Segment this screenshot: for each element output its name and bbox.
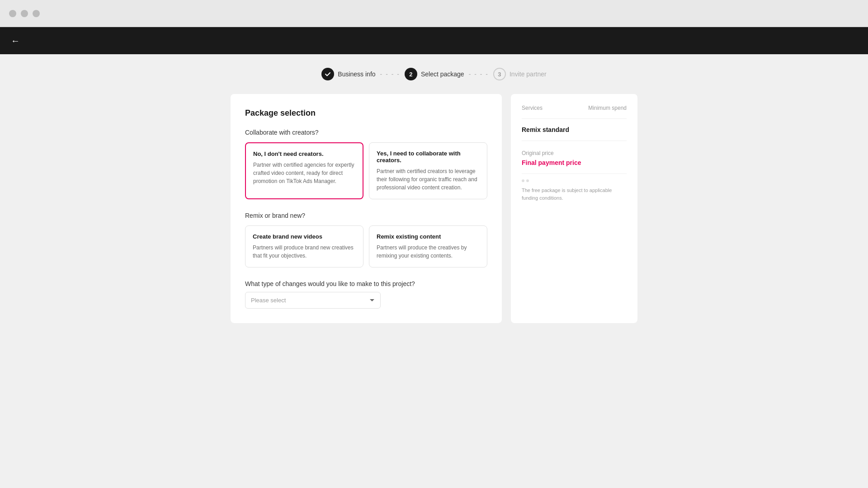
- minimum-spend-label: Minimum spend: [588, 105, 627, 111]
- remix-label: Remix or brand new?: [245, 212, 487, 219]
- content-layout: Package selection Collaborate with creat…: [231, 94, 637, 323]
- services-label: Services: [522, 105, 542, 111]
- yes-creators-title: Yes, I need to collaborate with creators…: [377, 150, 480, 164]
- step-3-circle: 3: [493, 68, 506, 80]
- main-card: Package selection Collaborate with creat…: [231, 94, 502, 323]
- changes-type-select[interactable]: Please select Option 1 Option 2 Option 3: [245, 292, 381, 309]
- checkmark-icon: [325, 71, 331, 77]
- step-dots-1: - - - -: [380, 70, 400, 78]
- dot-1: [522, 179, 524, 182]
- card-title: Package selection: [245, 108, 487, 118]
- remix-section: Remix or brand new? Create brand new vid…: [245, 212, 487, 267]
- dropdown-section: What type of changes would you like to m…: [245, 280, 487, 309]
- stepper: Business info - - - - 2 Select package -…: [321, 68, 546, 80]
- side-divider: [522, 174, 627, 174]
- step-3-label: Invite partner: [509, 70, 547, 78]
- main-area: Business info - - - - 2 Select package -…: [0, 54, 868, 488]
- collaborate-label: Collaborate with creators?: [245, 129, 487, 136]
- step-2-label: Select package: [421, 70, 464, 78]
- step-dots-2: - - - -: [469, 70, 489, 78]
- service-name: Remix standard: [522, 126, 627, 141]
- no-creators-title: No, I don't need creators.: [253, 150, 355, 157]
- no-creators-desc: Partner with certified agencies for expe…: [253, 161, 355, 185]
- remix-existing-desc: Partners will produce the creatives by r…: [377, 244, 480, 260]
- step-business-info: Business info: [321, 68, 375, 80]
- side-card-header: Services Minimum spend: [522, 105, 627, 119]
- browser-dot-1: [9, 10, 16, 17]
- collaborate-section: Collaborate with creators? No, I don't n…: [245, 129, 487, 199]
- original-price-label: Original price: [522, 150, 627, 156]
- dot-2: [526, 179, 529, 182]
- back-button[interactable]: ←: [11, 36, 20, 46]
- remix-options-grid: Create brand new videos Partners will pr…: [245, 225, 487, 267]
- browser-dot-3: [33, 10, 40, 17]
- dropdown-question: What type of changes would you like to m…: [245, 280, 487, 287]
- remix-existing-title: Remix existing content: [377, 233, 480, 240]
- price-section: Original price Final payment price: [522, 150, 627, 166]
- option-remix-existing[interactable]: Remix existing content Partners will pro…: [369, 225, 487, 267]
- yes-creators-desc: Partner with certified creators to lever…: [377, 167, 480, 192]
- dots-row: [522, 179, 627, 182]
- side-note: The free package is subject to applicabl…: [522, 187, 627, 202]
- brand-new-desc: Partners will produce brand new creative…: [253, 244, 356, 260]
- step-2-circle: 2: [405, 68, 417, 80]
- step-1-circle: [321, 68, 334, 80]
- option-no-creators[interactable]: No, I don't need creators. Partner with …: [245, 142, 363, 199]
- top-nav: ←: [0, 27, 868, 54]
- step-select-package: 2 Select package: [405, 68, 464, 80]
- step-invite-partner: 3 Invite partner: [493, 68, 547, 80]
- option-yes-creators[interactable]: Yes, I need to collaborate with creators…: [369, 142, 487, 199]
- browser-chrome: [0, 0, 868, 27]
- option-brand-new[interactable]: Create brand new videos Partners will pr…: [245, 225, 363, 267]
- side-card: Services Minimum spend Remix standard Or…: [511, 94, 637, 323]
- brand-new-title: Create brand new videos: [253, 233, 356, 240]
- final-payment-price: Final payment price: [522, 159, 627, 166]
- browser-dot-2: [21, 10, 28, 17]
- step-1-label: Business info: [338, 70, 375, 78]
- collaborate-options-grid: No, I don't need creators. Partner with …: [245, 142, 487, 199]
